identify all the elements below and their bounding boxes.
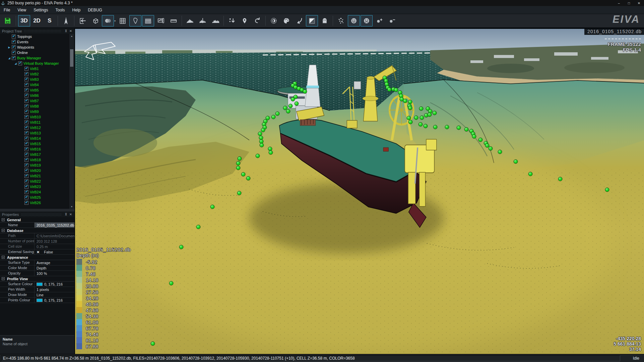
- mesh-button[interactable]: [142, 15, 154, 26]
- virtual-buoy-marker[interactable]: [445, 125, 449, 129]
- checkbox-checked[interactable]: [24, 99, 28, 103]
- tree-item-virb9[interactable]: VirB9: [0, 109, 74, 114]
- virtual-buoy-marker[interactable]: [403, 99, 407, 103]
- virtual-buoy-marker[interactable]: [169, 281, 174, 286]
- tree-item-virb26[interactable]: VirB26: [0, 200, 74, 205]
- checkbox-checked[interactable]: [24, 120, 28, 124]
- virtual-buoy-marker[interactable]: [408, 120, 413, 124]
- tree-item-virb23[interactable]: VirB23: [0, 184, 74, 189]
- checkbox-checked[interactable]: [24, 142, 28, 146]
- checkbox-checked[interactable]: [18, 61, 22, 65]
- checkbox-checked[interactable]: [24, 77, 28, 81]
- africa-button[interactable]: [129, 15, 141, 26]
- collapse-icon[interactable]: ◢: [13, 62, 18, 65]
- tree-item-virb7[interactable]: VirB7: [0, 98, 74, 104]
- collapse-box-icon[interactable]: −: [2, 277, 5, 280]
- checkbox-checked[interactable]: [24, 153, 28, 157]
- color-swatch[interactable]: [37, 299, 43, 302]
- brightness-button[interactable]: [268, 15, 280, 26]
- checkbox-checked[interactable]: [24, 110, 28, 114]
- virtual-buoy-marker[interactable]: [237, 191, 242, 195]
- checkbox-checked[interactable]: [24, 104, 28, 108]
- virtual-buoy-marker[interactable]: [419, 107, 424, 111]
- checkbox-checked[interactable]: [24, 185, 28, 189]
- virtual-buoy-marker[interactable]: [464, 127, 469, 132]
- property-row-opacity[interactable]: Opacity100 %: [0, 271, 74, 276]
- property-row-points-colour[interactable]: Points Colour0, 175, 216: [0, 298, 74, 303]
- tree-item-virb10[interactable]: VirB10: [0, 114, 74, 120]
- virtual-buoy-marker[interactable]: [236, 166, 241, 170]
- expand-icon[interactable]: ▶: [7, 46, 12, 49]
- monitor-button[interactable]: [155, 15, 167, 26]
- tree-item-virb1[interactable]: VirB1: [0, 66, 74, 71]
- virtual-buoy-marker[interactable]: [246, 176, 251, 181]
- color-swatch[interactable]: [37, 283, 43, 286]
- ruler-button[interactable]: [168, 15, 180, 26]
- virtual-buoy-marker[interactable]: [241, 172, 246, 177]
- virtual-buoy-marker[interactable]: [457, 126, 461, 130]
- virtual-buoy-marker[interactable]: [387, 87, 392, 92]
- grid-button[interactable]: [117, 15, 129, 26]
- property-row-surface-colour[interactable]: Surface Colour0, 175, 216: [0, 282, 74, 287]
- menu-item-file[interactable]: File: [0, 7, 14, 13]
- checkbox-checked[interactable]: [12, 56, 16, 60]
- tree-item-virb13[interactable]: VirB13: [0, 130, 74, 136]
- checkbox-checked[interactable]: [24, 174, 28, 178]
- tree-item-virb15[interactable]: VirB15: [0, 141, 74, 146]
- property-group-database[interactable]: −Database: [0, 228, 74, 233]
- pin-icon[interactable]: ⊼: [64, 29, 68, 33]
- tree-item-toppings[interactable]: Toppings: [0, 34, 74, 39]
- collapse-icon[interactable]: ◢: [7, 57, 12, 60]
- minimize-button[interactable]: –: [614, 0, 624, 6]
- virtual-buoy-marker[interactable]: [275, 112, 280, 116]
- scatter-button[interactable]: [335, 15, 347, 26]
- checkbox-checked[interactable]: [24, 72, 28, 76]
- wave-3-button[interactable]: [209, 15, 221, 26]
- virtual-buoy-marker[interactable]: [236, 161, 241, 166]
- collapse-box-icon[interactable]: −: [2, 218, 5, 221]
- property-row-path[interactable]: PathC:\Users\mfs\Documen: [0, 233, 74, 239]
- maximize-button[interactable]: □: [624, 0, 634, 6]
- dot-minus-button[interactable]: [386, 15, 398, 26]
- menu-item-settings[interactable]: Settings: [30, 7, 52, 13]
- checkbox-checked[interactable]: [24, 201, 28, 205]
- checkbox-checked[interactable]: [24, 179, 28, 183]
- tree-item-virb11[interactable]: VirB11: [0, 120, 74, 125]
- dot-plus-button[interactable]: [373, 15, 385, 26]
- tree-item-waypoints[interactable]: ▶Waypoints: [0, 45, 74, 50]
- tree-item-virb18[interactable]: VirB18: [0, 157, 74, 163]
- collapse-box-icon[interactable]: −: [2, 229, 5, 232]
- virtual-buoy-marker[interactable]: [291, 97, 295, 102]
- tree-item-virb19[interactable]: VirB19: [0, 163, 74, 168]
- view-2d-button[interactable]: 2D: [31, 15, 43, 26]
- virtual-buoy-marker[interactable]: [433, 111, 437, 115]
- checkbox-checked[interactable]: [12, 45, 16, 49]
- virtual-buoy-marker[interactable]: [498, 150, 502, 154]
- checkbox-checked[interactable]: [24, 190, 28, 194]
- tree-item-virb20[interactable]: VirB20: [0, 168, 74, 173]
- tree-item-virb2[interactable]: VirB2: [0, 71, 74, 77]
- virtual-buoy-marker[interactable]: [288, 104, 293, 108]
- view-3d-button[interactable]: 3D: [18, 15, 30, 26]
- property-row-name[interactable]: Name2016_0105_115202.db: [0, 223, 74, 228]
- checkbox-checked[interactable]: [24, 94, 28, 98]
- checkbox-checked[interactable]: [24, 88, 28, 92]
- virtual-buoy-marker[interactable]: [256, 154, 260, 158]
- virtual-buoy-marker[interactable]: [472, 134, 476, 139]
- tree-item-virb16[interactable]: VirB16: [0, 146, 74, 152]
- virtual-buoy-marker[interactable]: [269, 150, 273, 155]
- virtual-buoy-marker[interactable]: [514, 160, 518, 164]
- virtual-buoy-marker[interactable]: [478, 138, 483, 142]
- virtual-buoy-marker[interactable]: [151, 342, 155, 346]
- checkbox-checked[interactable]: [24, 158, 28, 162]
- pin-icon[interactable]: ⊼: [64, 213, 68, 216]
- virtual-buoy-marker[interactable]: [408, 100, 412, 104]
- export-button[interactable]: [76, 15, 88, 26]
- flip-button[interactable]: [293, 15, 305, 26]
- tree-item-events[interactable]: Events: [0, 39, 74, 45]
- virtual-buoy-marker[interactable]: [428, 113, 432, 117]
- property-row-external-saving[interactable]: External Saving✕False: [0, 249, 74, 255]
- virtual-buoy-marker[interactable]: [303, 89, 307, 94]
- checkbox-checked[interactable]: [24, 147, 28, 151]
- tree-item-virb22[interactable]: VirB22: [0, 179, 74, 184]
